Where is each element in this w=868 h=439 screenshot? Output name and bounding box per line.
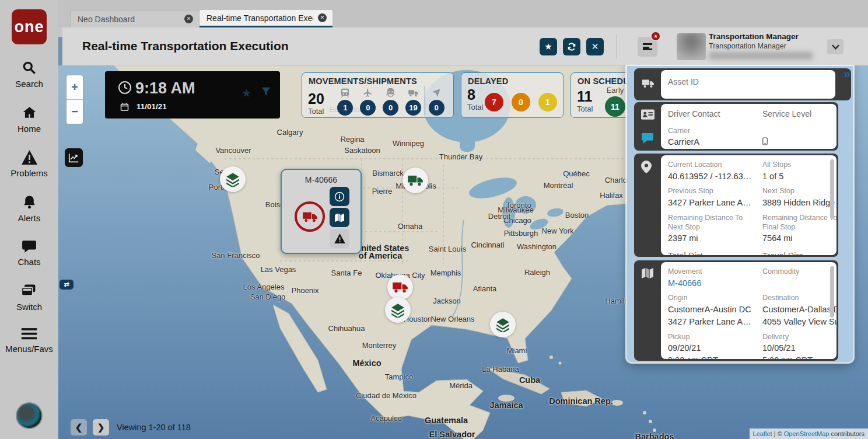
refresh-button[interactable] xyxy=(563,38,580,55)
map-label: Dominican Rep. xyxy=(549,396,613,406)
scrollbar-thumb[interactable] xyxy=(830,266,834,318)
alert-button[interactable] xyxy=(330,229,349,248)
favorite-badge-icon: ★ xyxy=(650,31,661,41)
user-name-redacted xyxy=(709,52,813,60)
left-sidebar: one Search Home Problems Alerts Chats xyxy=(0,0,58,439)
map-label: Los Angeles xyxy=(243,283,285,291)
map-label: Tampico xyxy=(385,372,413,381)
map-label: Cincinnati xyxy=(471,241,504,249)
travel-direction-label-clipped: Travel Dire xyxy=(762,250,836,255)
service-level-label: Service Level xyxy=(762,109,830,120)
chart-toggle-button[interactable] xyxy=(65,148,83,167)
tab-neo-dashboard[interactable]: Neo Dashboard ✕ xyxy=(70,10,200,27)
movements-shipments-panel[interactable]: MOVEMENTS/SHIPMENTS 20 Total 1 0 0 xyxy=(302,72,454,118)
sidebar-item-alerts[interactable]: Alerts xyxy=(0,194,58,224)
next-page-button[interactable]: ❯ xyxy=(93,419,109,435)
all-stops-label: All Stops xyxy=(762,161,836,170)
bell-icon xyxy=(0,194,58,212)
commodity-label: Commodity xyxy=(762,267,836,277)
layers-marker[interactable] xyxy=(385,297,411,323)
close-tab-icon[interactable]: ✕ xyxy=(184,15,193,23)
map-label: Calgary xyxy=(277,128,303,137)
map-label: Thunder Bay xyxy=(439,152,482,161)
sidebar-item-switch[interactable]: ⇄ Switch xyxy=(0,283,58,312)
map-label: Halifax xyxy=(600,191,623,200)
current-date: 11/01/21 xyxy=(136,102,167,111)
map-label: Raleigh xyxy=(524,268,550,277)
tab-realtime-transportation[interactable]: Real-time Transportation Executi... ✕ xyxy=(200,10,332,27)
navigation-icon xyxy=(432,86,441,97)
movement-id: M-40666 xyxy=(282,175,360,184)
leaflet-link[interactable]: Leaflet xyxy=(753,430,772,437)
map-label: San Diego xyxy=(250,292,286,301)
sidebar-item-search[interactable]: Search xyxy=(0,60,58,89)
pickup-time: 9:30 am CDT xyxy=(668,355,755,359)
map-label: Regina xyxy=(340,135,364,144)
page-title: Real-time Transportation Execution xyxy=(82,39,289,53)
truck-marker[interactable] xyxy=(402,168,428,193)
one-logo[interactable]: one xyxy=(12,9,47,44)
user-avatar[interactable] xyxy=(677,33,706,60)
widget-star-icon[interactable]: ★ xyxy=(242,86,251,100)
map-label: Toronto xyxy=(506,201,531,210)
location-pin-icon xyxy=(641,161,652,176)
truck-icon xyxy=(641,77,655,92)
map-label: Pierre xyxy=(372,187,393,196)
scrollbar-thumb[interactable] xyxy=(830,159,834,219)
map-label: Acapulco xyxy=(370,414,401,423)
map-label: Barbados xyxy=(635,432,674,439)
map-label: México xyxy=(352,358,381,368)
next-stop-value: 3889 Hidden Ridge … xyxy=(762,197,836,208)
close-tab-icon[interactable]: ✕ xyxy=(318,13,327,22)
ship-icon xyxy=(386,86,396,97)
sidebar-item-chats[interactable]: Chats xyxy=(0,239,58,267)
favorite-button[interactable]: ★ xyxy=(540,38,557,55)
delayed-panel[interactable]: DELAYED 8 Total 7 0 1 xyxy=(461,72,564,118)
count-badge: 1 xyxy=(337,100,353,116)
destination-address: 4055 Valley View Su… xyxy=(762,316,836,327)
page-header: Real-time Transportation Execution ★ ✕ ★… xyxy=(62,27,868,65)
map-button[interactable] xyxy=(330,208,349,227)
map-label: Saint Louis xyxy=(429,245,466,253)
mode-column-telematics: 0 xyxy=(425,86,447,116)
zoom-in-button[interactable]: + xyxy=(66,75,83,100)
map-label: Chihuahua xyxy=(328,324,365,333)
remaining-next-label: Remaining Distance To Next Stop xyxy=(668,214,755,232)
info-button[interactable] xyxy=(330,187,349,206)
origin-value: CustomerA-Austin DC xyxy=(668,304,755,315)
on-schedule-total: 11 xyxy=(577,89,605,103)
chat-bubble-icon[interactable] xyxy=(641,133,654,147)
truck-marker-alert[interactable] xyxy=(387,274,413,300)
panel-title: MOVEMENTS/SHIPMENTS xyxy=(302,73,453,86)
map-label: Montréal xyxy=(544,181,573,190)
previous-stop-value: 3427 Parker Lane A… xyxy=(668,197,755,208)
sidebar-item-problems[interactable]: Problems xyxy=(0,150,58,179)
map-label: Mérida xyxy=(449,381,473,390)
sidebar-item-home[interactable]: Home xyxy=(0,105,58,134)
movement-link[interactable]: M-40666 xyxy=(668,278,755,289)
current-time: 9:18 AM xyxy=(135,79,195,97)
close-page-button[interactable]: ✕ xyxy=(586,38,604,55)
clock-widget: 9:18 AM 11/01/21 xyxy=(105,71,280,119)
count-badge: 0 xyxy=(360,100,376,116)
sidebar-item-menus-favs[interactable]: Menus/Favs xyxy=(0,327,58,354)
map-label: Atlanta xyxy=(473,284,496,293)
collapse-panel-button[interactable]: » xyxy=(844,67,850,81)
profile-dropdown-button[interactable] xyxy=(827,39,844,54)
layers-marker[interactable] xyxy=(220,166,246,192)
prev-page-button[interactable]: ❮ xyxy=(71,419,87,435)
assistant-avatar[interactable] xyxy=(16,402,43,429)
map-label: El Salvador xyxy=(429,430,475,439)
map-label: New York xyxy=(542,227,574,235)
phone-icon[interactable] xyxy=(762,137,830,148)
map-label: Miami xyxy=(507,346,527,355)
map-attribution: Leaflet | © OpenStreetMap contributors xyxy=(750,428,868,439)
mode-column-air: 0 xyxy=(356,86,379,116)
filter-funnel-icon[interactable] xyxy=(261,86,271,99)
zoom-out-button[interactable]: − xyxy=(66,100,83,124)
layers-marker[interactable] xyxy=(490,312,516,337)
map-label: Washington xyxy=(517,242,556,251)
map-label: Detroit xyxy=(488,212,510,221)
truck-status-icon[interactable] xyxy=(295,201,325,232)
osm-link[interactable]: OpenStreetMap xyxy=(784,430,830,437)
